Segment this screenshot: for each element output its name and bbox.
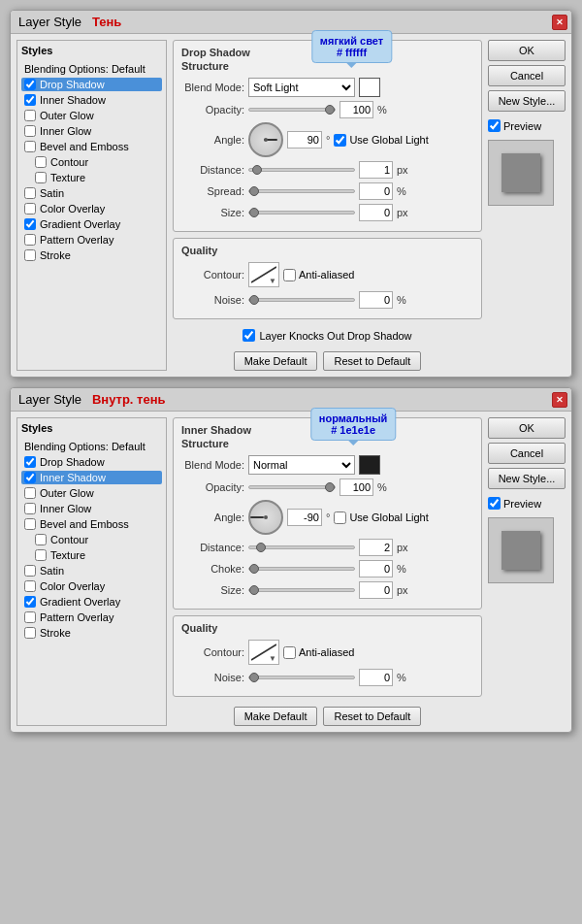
style-checkbox-contour-2[interactable] [35,534,47,545]
style-item-color-overlay-2[interactable]: Color Overlay [21,579,162,593]
new-style-button-2[interactable]: New Style... [488,468,566,489]
style-item-bevel-2[interactable]: Bevel and Emboss [21,517,162,531]
anti-aliased-checkbox-1[interactable] [283,269,296,281]
size-input-1[interactable] [359,204,393,221]
style-item-inner-glow-2[interactable]: Inner Glow [21,502,162,515]
color-swatch-2[interactable] [359,455,380,475]
style-item-texture-1[interactable]: Texture [21,171,162,184]
style-checkbox-pattern-overlay-2[interactable] [24,611,36,623]
anti-aliased-checkbox-2[interactable] [283,646,296,659]
style-item-drop-shadow-1[interactable]: Drop Shadow [21,78,162,91]
angle-dial-2[interactable] [248,500,283,535]
style-checkbox-inner-glow-1[interactable] [24,125,36,137]
style-checkbox-satin-2[interactable] [24,565,36,577]
noise-input-1[interactable] [359,291,393,309]
new-style-button-1[interactable]: New Style... [488,90,566,112]
style-item-inner-glow-1[interactable]: Inner Glow [21,124,162,138]
style-item-texture-2[interactable]: Texture [21,548,162,562]
style-item-bevel-1[interactable]: Bevel and Emboss [21,140,162,153]
style-checkbox-drop-shadow-1[interactable] [24,79,36,90]
style-item-color-overlay-1[interactable]: Color Overlay [21,202,162,215]
style-checkbox-texture-2[interactable] [35,549,47,561]
opacity-slider-1[interactable] [248,108,336,112]
angle-input-2[interactable] [287,509,322,526]
style-checkbox-color-overlay-2[interactable] [24,580,36,592]
spread-input-1[interactable] [359,182,393,200]
size-input-2[interactable] [359,581,393,599]
style-checkbox-gradient-overlay-2[interactable] [24,596,36,608]
noise-slider-2[interactable] [248,676,355,679]
style-item-drop-shadow-2[interactable]: Drop Shadow [21,455,162,469]
style-item-satin-2[interactable]: Satin [21,564,162,578]
style-item-gradient-overlay-2[interactable]: Gradient Overlay [21,595,162,609]
noise-slider-1[interactable] [248,298,355,302]
cancel-button-2[interactable]: Cancel [488,443,566,464]
style-checkbox-stroke-2[interactable] [24,627,36,639]
style-item-contour-2[interactable]: Contour [21,533,162,546]
make-default-button-2[interactable]: Make Default [234,707,318,726]
style-item-pattern-overlay-2[interactable]: Pattern Overlay [21,610,162,624]
style-checkbox-bevel-2[interactable] [24,518,36,530]
global-light-checkbox-1[interactable] [334,134,346,147]
quality-title-2: Quality [181,622,473,634]
style-item-inner-shadow-2[interactable]: Inner Shadow [21,471,162,484]
color-swatch-1[interactable] [359,78,380,97]
choke-slider-2[interactable] [248,567,355,571]
style-checkbox-satin-1[interactable] [24,187,36,199]
contour-preview-2[interactable]: ▼ [248,640,279,665]
style-item-gradient-overlay-1[interactable]: Gradient Overlay [21,217,162,231]
style-item-contour-1[interactable]: Contour [21,155,162,169]
preview-checkbox-1[interactable] [488,119,501,132]
distance-input-2[interactable] [359,539,393,556]
style-item-inner-shadow-1[interactable]: Inner Shadow [21,93,162,107]
distance-slider-2[interactable] [248,545,355,549]
noise-input-2[interactable] [359,669,393,686]
style-checkbox-texture-1[interactable] [35,172,47,183]
style-checkbox-gradient-overlay-1[interactable] [24,218,36,230]
style-item-pattern-overlay-1[interactable]: Pattern Overlay [21,233,162,247]
blending-options-item-1[interactable]: Blending Options: Default [21,62,162,76]
ok-button-2[interactable]: OK [488,417,566,439]
distance-slider-1[interactable] [248,168,355,172]
spread-slider-1[interactable] [248,189,355,193]
style-item-stroke-2[interactable]: Stroke [21,626,162,640]
blend-mode-select-2[interactable]: Normal Soft Light Multiply [248,455,355,475]
reset-default-button-2[interactable]: Reset to Default [323,707,421,726]
size-slider-2[interactable] [248,588,355,592]
contour-preview-1[interactable]: ▼ [248,262,279,287]
layer-knocks-checkbox-1[interactable] [242,329,255,342]
opacity-input-2[interactable] [340,478,373,496]
style-checkbox-inner-glow-2[interactable] [24,503,36,514]
opacity-slider-2[interactable] [248,485,336,489]
style-item-outer-glow-1[interactable]: Outer Glow [21,109,162,122]
blending-options-item-2[interactable]: Blending Options: Default [21,440,162,453]
style-item-stroke-1[interactable]: Stroke [21,248,162,262]
blend-mode-select-1[interactable]: Soft Light Normal Multiply [248,78,355,97]
style-item-satin-1[interactable]: Satin [21,186,162,200]
make-default-button-1[interactable]: Make Default [234,351,318,371]
choke-input-2[interactable] [359,560,393,578]
cancel-button-1[interactable]: Cancel [488,65,566,86]
style-checkbox-outer-glow-2[interactable] [24,487,36,499]
close-button-2[interactable]: ✕ [552,392,567,408]
style-checkbox-color-overlay-1[interactable] [24,203,36,214]
style-checkbox-bevel-1[interactable] [24,141,36,152]
ok-button-1[interactable]: OK [488,40,566,61]
preview-checkbox-2[interactable] [488,497,501,510]
style-checkbox-drop-shadow-2[interactable] [24,456,36,468]
style-item-outer-glow-2[interactable]: Outer Glow [21,486,162,500]
style-checkbox-outer-glow-1[interactable] [24,110,36,121]
style-checkbox-inner-shadow-1[interactable] [24,94,36,106]
reset-default-button-1[interactable]: Reset to Default [323,351,421,371]
style-checkbox-inner-shadow-2[interactable] [24,472,36,483]
opacity-input-1[interactable] [340,101,373,118]
close-button-1[interactable]: ✕ [552,15,567,30]
size-slider-1[interactable] [248,211,355,214]
style-checkbox-contour-1[interactable] [35,156,47,168]
angle-dial-1[interactable] [248,122,283,157]
style-checkbox-pattern-overlay-1[interactable] [24,234,36,246]
angle-input-1[interactable] [287,131,322,148]
global-light-checkbox-2[interactable] [334,512,346,524]
style-checkbox-stroke-1[interactable] [24,249,36,261]
distance-input-1[interactable] [359,161,393,179]
